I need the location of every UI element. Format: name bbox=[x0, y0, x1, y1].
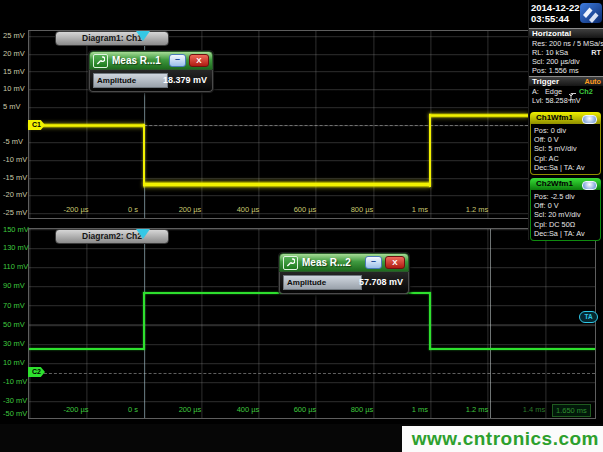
trigger-type: Edge bbox=[545, 87, 562, 96]
meas-result-dialog-2[interactable]: Meas R...2 – X Amplitude 57.708 mV bbox=[278, 252, 410, 295]
trigger-level: Lvl: 58.258 mV bbox=[532, 96, 581, 105]
d2-y-label: 110 mV bbox=[3, 263, 28, 271]
d2-x-label: -200 µs bbox=[56, 405, 96, 414]
ch2-trace-rising-edge bbox=[143, 292, 145, 350]
d2-y-label: 90 mV bbox=[3, 282, 25, 290]
tab-diagram1[interactable]: Diagram1: Ch1 bbox=[55, 31, 169, 46]
wrench-icon bbox=[283, 256, 298, 270]
trigger-a-label: A: bbox=[532, 87, 539, 96]
d2-x-label: 1 ms bbox=[400, 405, 440, 414]
ch1wfm1-panel[interactable]: Ch1Wfm1 Pos: 0 div Off: 0 V Scl: 5 mV/di… bbox=[530, 112, 601, 175]
watermark-text: www.cntronics.com bbox=[412, 428, 603, 450]
trigger-source: Ch2 bbox=[579, 87, 593, 96]
d1-y-label: 10 mV bbox=[3, 85, 25, 93]
panel-minimize-icon[interactable] bbox=[582, 115, 597, 124]
d2-x-label: 200 µs bbox=[170, 405, 210, 414]
d1-y-label: -5 mV bbox=[3, 138, 23, 146]
d1-y-label: 15 mV bbox=[3, 68, 25, 76]
sidebar: 2014-12-22 03:55:44 Horizontal Res: 200 … bbox=[528, 0, 603, 240]
wrench-icon bbox=[93, 54, 108, 68]
time-axis-end-label: 1.650 ms bbox=[552, 404, 591, 417]
close-button[interactable]: X bbox=[385, 256, 405, 269]
d1-x-label: 400 µs bbox=[228, 205, 268, 214]
ch1-decimation: Dec:Sa | TA: Av bbox=[534, 163, 600, 172]
panel-minimize-icon[interactable] bbox=[582, 181, 597, 190]
ch1wfm1-panel-header[interactable]: Ch1Wfm1 bbox=[530, 112, 601, 124]
realtime-badge: RT bbox=[591, 48, 601, 57]
horizontal-record-length: RL: 10 kSa bbox=[532, 48, 568, 57]
date-label: 2014-12-22 bbox=[531, 2, 580, 13]
ch2wfm1-panel-header[interactable]: Ch2Wfm1 bbox=[530, 178, 601, 190]
ch1-trace-high-segment bbox=[29, 123, 144, 128]
ch2wfm1-panel-body: Pos: -2.5 div Off: 0 V Scl: 20 mV/div Cp… bbox=[530, 190, 601, 241]
meas1-param: Amplitude bbox=[93, 73, 168, 88]
horizontal-resolution: Res: 200 ns / 5 MSa/s bbox=[532, 39, 603, 48]
meas2-title: Meas R...2 bbox=[302, 257, 365, 268]
trigger-mode: Auto bbox=[584, 77, 601, 86]
d2-y-label: -10 mV bbox=[3, 378, 27, 386]
ch1wfm1-panel-body: Pos: 0 div Off: 0 V Scl: 5 mV/div Cpl: A… bbox=[530, 124, 601, 175]
d2-x-label: 600 µs bbox=[285, 405, 325, 414]
ch1-trace-rising-edge bbox=[429, 114, 431, 187]
record-end-line bbox=[490, 229, 491, 418]
d1-x-label: 600 µs bbox=[285, 205, 325, 214]
diagram2-zero-axis bbox=[29, 373, 595, 374]
meas2-titlebar[interactable]: Meas R...2 – X bbox=[279, 253, 409, 272]
d1-x-label: -200 µs bbox=[56, 205, 96, 214]
d2-y-label: -30 mV bbox=[3, 397, 27, 405]
d2-x-label: 400 µs bbox=[228, 405, 268, 414]
horizontal-scale: Scl: 200 µs/div bbox=[532, 57, 580, 66]
ch1-trace-falling-edge bbox=[143, 124, 145, 186]
d1-y-label: 20 mV bbox=[3, 50, 25, 58]
meas-result-dialog-1[interactable]: Meas R...1 – X Amplitude 18.379 mV bbox=[88, 50, 214, 93]
d1-x-label: 800 µs bbox=[342, 205, 382, 214]
tab-diagram2[interactable]: Diagram2: Ch2 bbox=[55, 229, 169, 244]
d1-y-label: -10 mV bbox=[3, 156, 27, 164]
oscilloscope-screen: Diagram1: Ch1 C1 25 mV 20 mV 15 mV 10 mV… bbox=[0, 0, 603, 452]
d1-y-label: -15 mV bbox=[3, 174, 27, 182]
d1-x-label: 1.2 ms bbox=[457, 205, 497, 214]
d2-y-label: 130 mV bbox=[3, 244, 29, 252]
d2-y-label: 150 mV bbox=[3, 226, 29, 234]
ch2wfm1-title: Ch2Wfm1 bbox=[536, 179, 573, 188]
d1-x-label: 200 µs bbox=[170, 205, 210, 214]
meas1-value: 18.379 mV bbox=[163, 75, 207, 85]
d2-x-label: 0 s bbox=[113, 405, 153, 414]
d1-y-label: 5 mV bbox=[3, 103, 21, 111]
meas1-titlebar[interactable]: Meas R...1 – X bbox=[89, 51, 213, 70]
ch2-trace-low-segment bbox=[29, 348, 144, 350]
horizontal-position: Pos: 1.556 ms bbox=[532, 66, 579, 75]
ch1-coupling: Cpl: AC bbox=[534, 154, 600, 163]
d2-x-label: 1.4 ms bbox=[514, 405, 554, 414]
trigger-level-marker[interactable]: TA bbox=[579, 311, 598, 323]
ch2-trace-end-segment bbox=[429, 348, 595, 350]
watermark-band: www.cntronics.com bbox=[402, 426, 603, 452]
d2-y-label: 10 mV bbox=[3, 359, 25, 367]
minimize-button[interactable]: – bbox=[169, 54, 186, 67]
meas1-body: Amplitude 18.379 mV bbox=[89, 70, 213, 92]
d1-x-label: 1 ms bbox=[400, 205, 440, 214]
ch2-position: Pos: -2.5 div bbox=[534, 192, 600, 201]
ch1-trace-low-segment bbox=[143, 181, 430, 188]
ch2-coupling: Cpl: DC 50Ω bbox=[534, 220, 600, 229]
ch2-offset: Off: 0 V bbox=[534, 201, 600, 210]
meas2-param: Amplitude bbox=[283, 275, 362, 290]
diagram2-trigger-position-marker[interactable] bbox=[136, 229, 150, 239]
d1-y-label: -20 mV bbox=[3, 191, 27, 199]
ch1-offset: Off: 0 V bbox=[534, 135, 600, 144]
horizontal-panel-header[interactable]: Horizontal bbox=[529, 28, 603, 38]
ch1wfm1-title: Ch1Wfm1 bbox=[536, 113, 573, 122]
diagram1-trigger-position-marker[interactable] bbox=[136, 31, 150, 41]
ch1-position: Pos: 0 div bbox=[534, 126, 600, 135]
ch1-scale: Scl: 5 mV/div bbox=[534, 144, 600, 153]
minimize-button[interactable]: – bbox=[365, 256, 382, 269]
ch2-decimation: Dec:Sa | TA: Av bbox=[534, 229, 600, 238]
d2-y-label: 70 mV bbox=[3, 302, 25, 310]
d2-x-label: 1.2 ms bbox=[457, 405, 497, 414]
meas1-title: Meas R...1 bbox=[112, 55, 169, 66]
ch1-trace-end-segment bbox=[429, 113, 528, 118]
time-label: 03:55:44 bbox=[531, 13, 569, 24]
ch2wfm1-panel[interactable]: Ch2Wfm1 Pos: -2.5 div Off: 0 V Scl: 20 m… bbox=[530, 178, 601, 241]
meas2-body: Amplitude 57.708 mV bbox=[279, 272, 409, 294]
close-button[interactable]: X bbox=[189, 54, 209, 67]
